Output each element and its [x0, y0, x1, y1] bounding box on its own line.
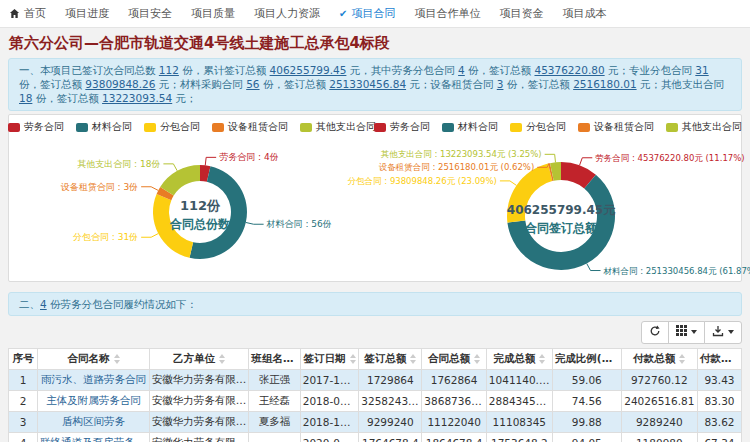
col-header-label: 完成比例(%) — [555, 352, 617, 364]
cell-paid_pct: 67.34 — [697, 432, 741, 442]
text-segment: 元；材料采购合同 — [156, 78, 247, 90]
summary-number-link[interactable]: 4 — [458, 64, 465, 76]
summary-number-link[interactable]: 93809848.26 — [85, 78, 155, 90]
cell-signed: 1729864 — [359, 369, 422, 390]
legend-item[interactable]: 其他支出合同 — [300, 120, 376, 134]
refresh-button[interactable] — [641, 321, 669, 344]
summary-number-link[interactable]: 18 — [19, 92, 32, 104]
legend-chip — [442, 123, 454, 132]
cell-completed_pct: 94.05 — [552, 432, 621, 442]
summary-number-link[interactable]: 2516180.01 — [573, 78, 636, 90]
cell-date: 2018-06-01 — [300, 390, 359, 411]
col-header-7[interactable]: 完成总额 — [486, 348, 552, 369]
chart-legend: 劳务合同材料合同分包合同设备租赁合同其他支出合同 — [9, 115, 375, 135]
col-header-6[interactable]: 合同总额 — [422, 348, 487, 369]
cell-name: 联络通道及泵房劳务合同 — [38, 432, 149, 442]
col-header-4[interactable]: 签订日期 — [300, 348, 359, 369]
nav-item-label: 项目成本 — [562, 6, 606, 21]
nav-item-5[interactable]: ✔项目合同 — [339, 6, 395, 21]
legend-item[interactable]: 劳务合同 — [8, 120, 64, 134]
slice-callout: 分包合同 : 93809848.26元 (23.09%) — [348, 175, 497, 185]
col-header-2[interactable]: 乙方单位 — [149, 348, 249, 369]
callout-line — [163, 163, 177, 170]
slice-callout: 劳务合同 : 4份 — [219, 152, 278, 162]
contract-name-link[interactable]: 联络通道及泵房劳务合同 — [40, 436, 149, 442]
col-header-8[interactable]: 完成比例(%) — [552, 348, 621, 369]
nav-item-8[interactable]: 项目成本 — [562, 6, 606, 21]
cell-no: 3 — [9, 411, 38, 432]
callout-line — [205, 157, 216, 165]
cell-completed: 28843455.28 — [486, 390, 552, 411]
callout-line — [587, 263, 601, 270]
summary-number-link[interactable]: 13223093.54 — [102, 92, 172, 104]
page-title: 第六分公司—合肥市轨道交通4号线土建施工总承包4标段 — [9, 34, 741, 53]
table-header-row: 序号合同名称乙方单位班组名称签订日期签订总额合同总额完成总额完成比例(%)付款总… — [9, 348, 742, 369]
col-header-10[interactable]: 付款比例(%) — [697, 348, 741, 369]
nav-item-label: 项目合作单位 — [414, 6, 480, 21]
nav-item-1[interactable]: 项目进度 — [65, 6, 109, 21]
slice-callout: 分包合同 : 31份 — [73, 232, 138, 242]
legend-item[interactable]: 材料合同 — [76, 120, 132, 134]
legend-label: 分包合同 — [526, 120, 566, 134]
callout-line — [246, 222, 264, 224]
legend-label: 其他支出合同 — [682, 120, 742, 134]
sort-icon — [219, 354, 225, 364]
cell-team: 王经磊 — [249, 390, 300, 411]
col-header-9[interactable]: 付款总额 — [621, 348, 697, 369]
export-button[interactable] — [704, 321, 742, 344]
summary-number-link[interactable]: 112 — [159, 64, 179, 76]
donut-center-label: 合同签订总额 — [524, 221, 598, 235]
slice-callout: 设备租赁合同 : 2516180.01元 (0.62%) — [379, 162, 534, 172]
summary-number-link[interactable]: 251330456.84 — [329, 78, 406, 90]
legend-chip — [212, 123, 224, 132]
legend-item[interactable]: 设备租赁合同 — [578, 120, 654, 134]
columns-button[interactable] — [668, 321, 705, 344]
nav-item-0[interactable]: 首页 — [9, 6, 46, 21]
columns-icon — [676, 325, 687, 339]
legend-item[interactable]: 分包合同 — [144, 120, 200, 134]
text-segment: 份，签订总额 — [19, 78, 85, 90]
summary-number-link[interactable]: 406255799.45 — [270, 64, 347, 76]
nav-item-3[interactable]: 项目质量 — [191, 6, 235, 21]
col-header-3[interactable]: 班组名称 — [249, 348, 300, 369]
section2-number-link[interactable]: 4 — [40, 298, 47, 310]
callout-line — [500, 180, 517, 185]
legend-item[interactable]: 劳务合同 — [374, 120, 430, 134]
summary-text: 一、本项目已签订次合同总数 112 份，累计签订总额 406255799.45 … — [19, 64, 724, 104]
contract-name-link[interactable]: 雨污水、道路劳务合同 — [41, 373, 146, 385]
export-icon — [712, 325, 724, 340]
col-header-1[interactable]: 合同名称 — [38, 348, 149, 369]
legend-item[interactable]: 材料合同 — [442, 120, 498, 134]
summary-number-link[interactable]: 56 — [246, 78, 259, 90]
cell-unit: 安徽华力劳务有限公司 — [149, 432, 249, 442]
col-header-label: 付款比例(%) — [700, 352, 742, 364]
nav-item-6[interactable]: 项目合作单位 — [414, 6, 480, 21]
refresh-icon — [649, 325, 661, 340]
nav-item-7[interactable]: 项目资金 — [499, 6, 543, 21]
labor-contract-table: 序号合同名称乙方单位班组名称签订日期签订总额合同总额完成总额完成比例(%)付款总… — [8, 348, 742, 442]
cell-total: 38687360.21 — [422, 390, 487, 411]
legend-item[interactable]: 设备租赁合同 — [212, 120, 288, 134]
contract-name-link[interactable]: 盾构区间劳务 — [62, 415, 125, 427]
col-header-0: 序号 — [9, 348, 38, 369]
summary-number-link[interactable]: 31 — [695, 64, 708, 76]
legend-chip — [300, 123, 312, 132]
cell-signed: 1764678.4 — [359, 432, 422, 442]
callout-line — [141, 186, 158, 190]
slice-callout: 设备租赁合同 : 3份 — [61, 181, 138, 191]
cell-name: 雨污水、道路劳务合同 — [38, 369, 149, 390]
text-segment: 元；设备租赁合同 — [406, 78, 497, 90]
col-header-label: 合同名称 — [68, 352, 110, 364]
col-header-5[interactable]: 签订总额 — [359, 348, 422, 369]
nav-item-4[interactable]: 项目人力资源 — [254, 6, 320, 21]
contract-name-link[interactable]: 主体及附属劳务合同 — [46, 394, 141, 406]
text-segment: 元，其中劳务分包合同 — [346, 64, 458, 76]
col-header-label: 付款总额 — [633, 352, 675, 364]
legend-item[interactable]: 其他支出合同 — [666, 120, 742, 134]
summary-number-link[interactable]: 45376220.80 — [534, 64, 604, 76]
nav-item-2[interactable]: 项目安全 — [128, 6, 172, 21]
nav-item-label: 项目质量 — [191, 6, 235, 21]
donut-center-label: 合同总份数 — [169, 217, 231, 231]
legend-item[interactable]: 分包合同 — [510, 120, 566, 134]
cell-signed: 9299240 — [359, 411, 422, 432]
